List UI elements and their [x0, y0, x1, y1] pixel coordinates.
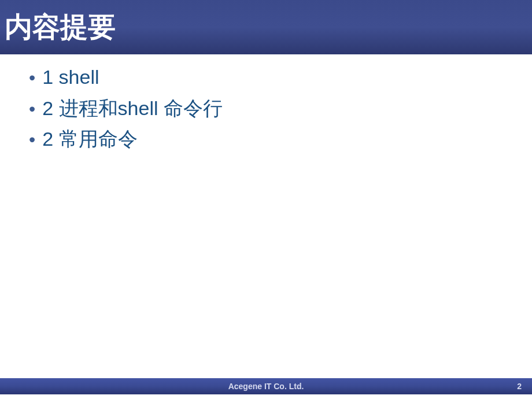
footer-company: Acegene IT Co. Ltd.	[228, 382, 304, 391]
bullet-text: 2 常用命令	[42, 125, 137, 153]
footer-bar: Acegene IT Co. Ltd. 2	[0, 378, 532, 394]
list-item: • 2 进程和shell 命令行	[29, 95, 532, 123]
bullet-text: 1 shell	[42, 64, 99, 91]
bullet-icon: •	[29, 97, 35, 121]
page-number: 2	[517, 382, 522, 391]
bullet-icon: •	[29, 128, 35, 152]
list-item: • 1 shell	[29, 64, 532, 91]
slide-title: 内容提要	[5, 9, 116, 46]
title-bar: 内容提要	[0, 0, 532, 54]
list-item: • 2 常用命令	[29, 125, 532, 153]
content-area: • 1 shell • 2 进程和shell 命令行 • 2 常用命令	[0, 54, 532, 153]
bullet-list: • 1 shell • 2 进程和shell 命令行 • 2 常用命令	[29, 64, 532, 153]
bullet-text: 2 进程和shell 命令行	[42, 95, 223, 123]
bullet-icon: •	[29, 66, 35, 90]
